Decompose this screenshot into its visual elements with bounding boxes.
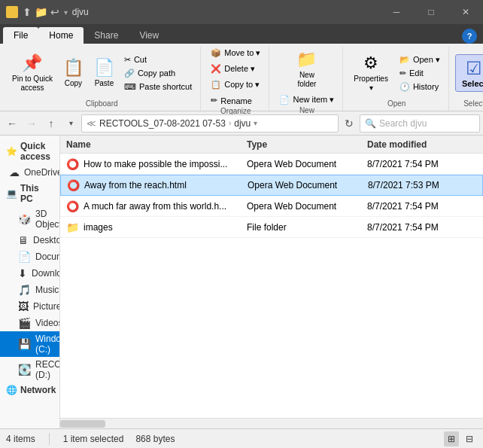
ribbon-group-new: 📁 Newfolder 📄 New item ▾ New bbox=[271, 47, 343, 111]
file-size: 868 bytes bbox=[135, 434, 175, 444]
tab-home[interactable]: Home bbox=[38, 27, 84, 44]
quick-access-icon: ⭐ bbox=[6, 146, 17, 157]
properties-button[interactable]: ⚙ Properties▾ bbox=[349, 50, 393, 96]
sidebar-item-windows-c[interactable]: 💾 Windows (C:) bbox=[0, 331, 59, 357]
copy-to-icon: 📋 bbox=[211, 80, 221, 90]
large-icons-button[interactable]: ⊟ bbox=[462, 431, 477, 446]
ribbon-tabs: File Home Share View ? bbox=[0, 24, 483, 44]
copy-path-icon: 🔗 bbox=[124, 69, 135, 78]
sidebar-item-desktop[interactable]: 🖥 Desktop bbox=[0, 232, 59, 248]
up-button[interactable]: ↑ bbox=[42, 114, 60, 133]
address-path[interactable]: ≪ RECTOOLS_07-08-2021 07-53 › djvu ▾ bbox=[81, 114, 339, 133]
minimize-button[interactable]: ─ bbox=[379, 0, 414, 24]
open-button[interactable]: 📂 Open ▾ bbox=[396, 53, 444, 66]
opera-icon: ⭕ bbox=[66, 200, 79, 212]
sidebar-item-pictures[interactable]: 🖼 Pictures bbox=[0, 298, 59, 315]
properties-icon: ⚙ bbox=[363, 53, 378, 73]
sidebar-item-network[interactable]: 🌐 Network bbox=[0, 382, 59, 398]
recent-locations-button[interactable]: ▾ bbox=[62, 114, 80, 133]
paste-shortcut-button[interactable]: ⌨ Paste shortcut bbox=[120, 81, 196, 93]
sidebar-item-music[interactable]: 🎵 Music bbox=[0, 282, 59, 298]
documents-icon: 📄 bbox=[18, 251, 31, 263]
rename-button[interactable]: ✏ Rename bbox=[207, 94, 256, 107]
file-list-header: Name Type Date modified bbox=[60, 136, 483, 154]
delete-button[interactable]: ❌ Delete ▾ bbox=[207, 62, 259, 75]
column-date[interactable]: Date modified bbox=[361, 139, 481, 150]
edit-icon: ✏ bbox=[399, 69, 406, 78]
copy-button[interactable]: 📋 Copy bbox=[59, 55, 88, 91]
search-box[interactable]: 🔍 Search djvu bbox=[360, 114, 480, 133]
table-row[interactable]: ⭕ A much far away from this world.h... O… bbox=[60, 196, 483, 217]
new-item-button[interactable]: 📄 New item ▾ bbox=[275, 93, 338, 106]
horizontal-scrollbar[interactable] bbox=[60, 418, 483, 428]
history-button[interactable]: 🕐 History bbox=[396, 81, 444, 93]
forward-button[interactable]: → bbox=[23, 114, 41, 133]
select-icon: ☑ bbox=[466, 58, 482, 79]
copy-to-button[interactable]: 📋 Copy to ▾ bbox=[207, 78, 263, 91]
column-name[interactable]: Name bbox=[60, 139, 241, 150]
new-folder-button[interactable]: 📁 Newfolder bbox=[290, 47, 324, 92]
file-list: ⭕ How to make possible the impossi... Op… bbox=[60, 154, 483, 418]
sidebar-item-videos[interactable]: 🎬 Videos bbox=[0, 315, 59, 331]
help-button[interactable]: ? bbox=[462, 29, 477, 44]
paste-button[interactable]: 📄 Paste bbox=[90, 55, 119, 91]
file-list-container: Name Type Date modified ⭕ How to make po… bbox=[60, 136, 483, 428]
cut-button[interactable]: ✂ Cut bbox=[120, 53, 196, 66]
pin-quick-access-button[interactable]: 📌 Pin to Quickaccess bbox=[8, 50, 57, 96]
desktop-icon: 🖥 bbox=[18, 234, 29, 246]
close-button[interactable]: ✕ bbox=[448, 0, 483, 24]
path-segment-1[interactable]: RECTOOLS_07-08-2021 07-53 bbox=[99, 118, 226, 129]
quick-access-label: Quick access bbox=[20, 141, 53, 162]
move-to-icon: 📦 bbox=[211, 48, 221, 58]
table-row[interactable]: 📁 images File folder 8/7/2021 7:54 PM bbox=[60, 217, 483, 238]
table-row[interactable]: ⭕ How to make possible the impossi... Op… bbox=[60, 154, 483, 175]
details-view-button[interactable]: ⊞ bbox=[444, 431, 459, 446]
rename-icon: ✏ bbox=[211, 96, 217, 105]
copy-path-button[interactable]: 🔗 Copy path bbox=[120, 67, 196, 80]
maximize-button[interactable]: □ bbox=[414, 0, 448, 24]
delete-icon: ❌ bbox=[211, 64, 221, 74]
sidebar-item-quick-access[interactable]: ⭐ Quick access bbox=[0, 139, 59, 164]
this-pc-icon: 💻 bbox=[6, 188, 17, 199]
address-bar: ← → ↑ ▾ ≪ RECTOOLS_07-08-2021 07-53 › dj… bbox=[0, 111, 483, 136]
move-to-button[interactable]: 📦 Move to ▾ bbox=[207, 47, 264, 59]
pictures-icon: 🖼 bbox=[18, 300, 29, 312]
path-dropdown[interactable]: ▾ bbox=[254, 119, 257, 127]
toolbar-dropdown[interactable]: ▾ bbox=[64, 8, 68, 17]
table-row[interactable]: ⭕ Away from the reach.html Opera Web Doc… bbox=[60, 175, 483, 196]
tab-view[interactable]: View bbox=[129, 27, 169, 44]
refresh-button[interactable]: ↻ bbox=[340, 114, 358, 133]
new-item-icon: 📄 bbox=[279, 95, 290, 105]
title-bar: ⬆ 📁 ↩ ▾ djvu ─ □ ✕ bbox=[0, 0, 483, 24]
title-bar-icon bbox=[6, 6, 18, 18]
new-folder-icon: 📁 bbox=[296, 50, 317, 69]
music-icon: 🎵 bbox=[18, 284, 31, 296]
select-button[interactable]: ☑ Select bbox=[455, 54, 483, 92]
sidebar-item-recovery-d[interactable]: 💽 RECOVERY (D:) bbox=[0, 357, 59, 382]
paste-icon: 📄 bbox=[94, 58, 114, 78]
cut-icon: ✂ bbox=[124, 55, 131, 65]
sidebar-item-onedrive[interactable]: ☁ OneDrive bbox=[0, 164, 59, 181]
sidebar-item-downloads[interactable]: ⬇ Downloads bbox=[0, 265, 59, 282]
status-bar: 4 items 1 item selected 868 bytes ⊞ ⊟ bbox=[0, 428, 483, 448]
item-count: 4 items bbox=[6, 434, 35, 444]
recovery-d-icon: 💽 bbox=[18, 364, 31, 376]
edit-button[interactable]: ✏ Edit bbox=[396, 67, 444, 80]
tab-share[interactable]: Share bbox=[84, 27, 129, 44]
folder-icon: 📁 bbox=[66, 221, 79, 233]
back-button[interactable]: ← bbox=[3, 114, 21, 133]
history-icon: 🕐 bbox=[399, 82, 410, 92]
sidebar-item-documents[interactable]: 📄 Documents bbox=[0, 248, 59, 265]
path-segment-2[interactable]: djvu bbox=[234, 118, 251, 129]
selected-info: 1 item selected bbox=[63, 434, 124, 444]
copy-icon: 📋 bbox=[63, 58, 84, 78]
tab-file[interactable]: File bbox=[3, 27, 38, 44]
quick-access-toolbar: ⬆ 📁 ↩ bbox=[23, 6, 59, 18]
sidebar-item-3d-objects[interactable]: 🎲 3D Objects bbox=[0, 206, 59, 232]
pin-icon: 📌 bbox=[22, 53, 42, 73]
path-icon: ≪ bbox=[87, 118, 96, 129]
main-content: ⭐ Quick access ☁ OneDrive 💻 This PC 🎲 3D… bbox=[0, 136, 483, 428]
column-type[interactable]: Type bbox=[241, 139, 361, 150]
sidebar-item-this-pc[interactable]: 💻 This PC bbox=[0, 181, 59, 206]
paste-shortcut-icon: ⌨ bbox=[124, 82, 136, 92]
